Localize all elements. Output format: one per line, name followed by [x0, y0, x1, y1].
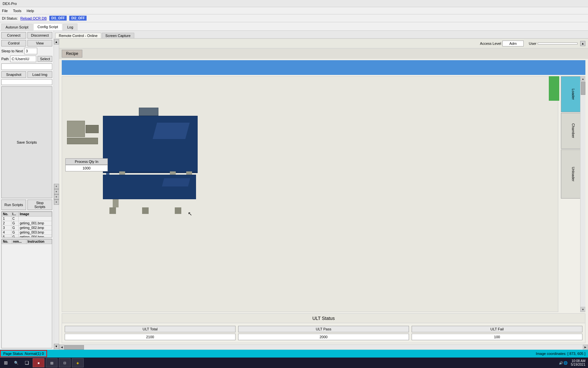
di2-badge: DI2_OFF	[69, 16, 87, 21]
script-row[interactable]: 5Ggetimg_004.bmp	[2, 235, 52, 237]
vscroll-up[interactable]: ▲	[580, 76, 586, 81]
menu-bar: File Tools Help	[0, 7, 588, 14]
ult-status-area: ULT Status ULT Total 2100 ULT Pass 2000 …	[62, 313, 585, 343]
tab-autorun-script[interactable]: Autorun Script	[1, 24, 33, 30]
access-level-label: Access Level	[480, 42, 501, 45]
menu-file[interactable]: File	[2, 9, 8, 13]
select-button[interactable]: Select	[38, 56, 52, 62]
inner-tab-bar: Remote Control - Online Screen Capture	[54, 31, 588, 39]
control-button[interactable]: Control	[1, 40, 26, 46]
taskbar-app-3[interactable]: ⊡	[59, 358, 71, 367]
scroll-down-btn[interactable]: ▼	[54, 344, 59, 349]
di-status-label: DI Status:	[2, 16, 18, 20]
hscroll-right[interactable]: ▶	[583, 345, 588, 350]
user-value	[538, 43, 578, 44]
title-bar: DEX-Pro	[0, 0, 588, 7]
load-img-button[interactable]: Load Img	[27, 71, 52, 78]
page-status-box: Page Status :Normal(1) 0	[0, 350, 47, 357]
machine-view: Process Qty In 1000 ↖	[62, 76, 558, 312]
tab-log[interactable]: Log	[63, 24, 77, 30]
taskbar: ⊞ 🔍 ❑ ■ ▤ ⊡ ◈ 🔊 🌐 10:08 AM 5/19/2021	[0, 358, 588, 368]
save-scripts-button[interactable]: Save Scripts	[1, 86, 52, 198]
ult-fail-label: ULT Fail	[412, 326, 582, 332]
menu-tools[interactable]: Tools	[13, 9, 22, 13]
taskbar-app-2[interactable]: ▤	[46, 358, 57, 367]
run-scripts-button[interactable]: Run Scripts	[1, 200, 26, 210]
taskbar-app-4[interactable]: ◈	[72, 358, 84, 367]
tab-config-script[interactable]: Config Script	[33, 23, 62, 30]
taskbar-time: 10:08 AM	[572, 359, 585, 363]
ult-title: ULT Status	[62, 314, 585, 323]
recipe-button[interactable]: Recipe	[62, 50, 82, 58]
ult-pass-label: ULT Pass	[238, 326, 409, 332]
machine-body-top	[103, 108, 198, 173]
path-label: Path	[1, 57, 9, 61]
process-qty-value: 1000	[65, 165, 108, 171]
scroll-mid3-btn[interactable]: +	[54, 194, 59, 200]
green-indicator	[549, 76, 559, 101]
ult-fail-value: 100	[412, 334, 582, 340]
ult-pass-col: ULT Pass 2000	[238, 326, 409, 340]
sleep-input[interactable]	[24, 48, 37, 54]
tab-screen-capture[interactable]: Screen Capture	[102, 33, 134, 38]
script-list: No. I... Image 1C2Ggetimg_001.bmp3Ggetim…	[1, 211, 52, 237]
connect-button[interactable]: Connect	[1, 32, 26, 39]
status-bar: DI Status: Reload OCR DB DI1_OFF DI2_OFF	[0, 14, 588, 22]
path-input[interactable]	[10, 56, 37, 62]
app-title: DEX-Pro	[3, 2, 17, 6]
col-no: No.	[2, 212, 11, 216]
filename-input[interactable]: none	[1, 63, 52, 70]
extra-input[interactable]	[1, 79, 52, 85]
image-coords: Image coordinates: [ 873, 605 ]	[533, 352, 588, 356]
vertical-scrollbar: ▲ ▼	[580, 76, 585, 312]
vscroll-track	[580, 81, 586, 307]
tab-bar: Autorun Script Config Script Log	[0, 22, 588, 31]
scroll-up-btn[interactable]: ▲	[54, 39, 59, 44]
col-image: Image	[19, 212, 52, 216]
ult-total-col: ULT Total 2100	[65, 326, 236, 340]
machine-body-bottom	[103, 173, 196, 214]
vscroll-thumb[interactable]	[581, 82, 585, 95]
col-no2: No.	[2, 239, 12, 244]
horizontal-scrollbar: ◀ ▶	[59, 344, 588, 350]
process-qty-label: Process Qty In	[65, 158, 108, 165]
script-row[interactable]: 2Ggetimg_001.bmp	[2, 221, 52, 225]
machine-arm	[67, 121, 99, 144]
script-row[interactable]: 4Ggetimg_003.bmp	[2, 230, 52, 235]
access-level-value: Adm	[502, 41, 524, 46]
menu-help[interactable]: Help	[26, 9, 34, 13]
vscroll-down[interactable]: ▼	[580, 307, 586, 312]
bottom-status-bar: Page Status :Normal(1) 0 Image coordinat…	[0, 350, 588, 358]
di1-badge: DI1_OFF	[49, 16, 67, 21]
tab-remote-control[interactable]: Remote Control - Online	[55, 33, 101, 38]
hscroll-left[interactable]: ◀	[59, 345, 64, 350]
left-scroll-strip: ▲ + + + + ▼	[54, 39, 59, 350]
stop-scripts-button[interactable]: Stop Scripts	[27, 200, 52, 210]
taskbar-app-1[interactable]: ■	[33, 358, 44, 367]
script-row[interactable]: 3Ggetimg_002.bmp	[2, 225, 52, 230]
reload-ocr-db-btn[interactable]: Reload OCR DB	[20, 16, 47, 20]
cursor-indicator: ↖	[188, 211, 192, 217]
disconnect-button[interactable]: Disconnect	[27, 32, 52, 39]
blue-header	[62, 60, 585, 75]
scroll-mid4-btn[interactable]: +	[54, 200, 59, 205]
user-label: User	[529, 42, 536, 45]
view-button[interactable]: View	[27, 40, 52, 46]
scroll-mid1-btn[interactable]: +	[54, 184, 59, 189]
content-area: Remote Control - Online Screen Capture ▲…	[54, 31, 588, 350]
script-row[interactable]: 1C	[2, 216, 52, 221]
instruction-list: No. rem... Instruction	[1, 239, 52, 349]
col-i: I...	[11, 212, 19, 216]
windows-start-btn[interactable]: ⊞	[1, 358, 10, 367]
taskbar-date: 5/19/2021	[571, 363, 586, 366]
scroll-mid2-btn[interactable]: +	[54, 189, 59, 194]
taskbar-task-view[interactable]: ❑	[22, 358, 31, 367]
taskbar-search[interactable]: 🔍	[12, 358, 21, 367]
hscroll-thumb[interactable]	[64, 345, 84, 350]
snapshot-button[interactable]: Snapshot	[1, 71, 26, 78]
taskbar-icons: 🔊 🌐	[559, 361, 568, 365]
top-scroll-btn[interactable]: ▲	[580, 41, 585, 46]
ult-total-value: 2100	[65, 334, 236, 340]
page-status-text: Page Status :Normal(1) 0	[3, 352, 44, 356]
col-instruction: Instruction	[26, 239, 52, 244]
